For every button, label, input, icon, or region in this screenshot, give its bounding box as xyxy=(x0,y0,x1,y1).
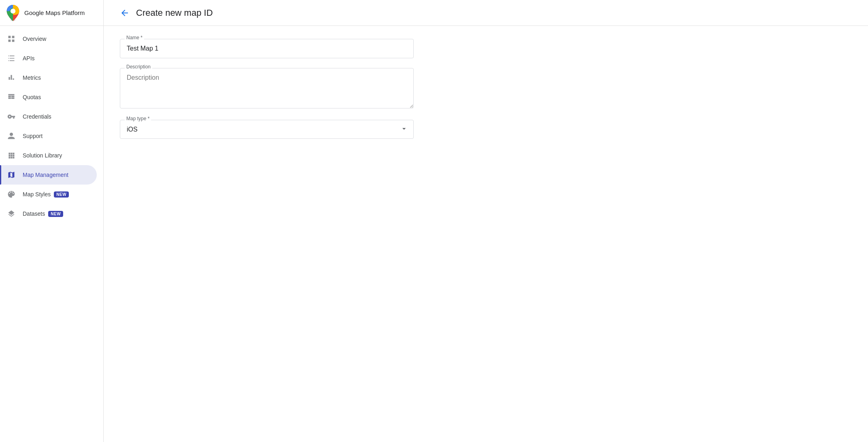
sidebar-label-support: Support xyxy=(23,133,43,139)
sidebar-label-map-management: Map Management xyxy=(23,172,68,178)
sidebar-item-map-styles[interactable]: Map Styles NEW xyxy=(0,185,97,204)
sidebar-item-overview[interactable]: Overview xyxy=(0,29,97,49)
name-label: Name * xyxy=(125,35,144,40)
palette-icon xyxy=(6,189,16,199)
bar-chart-icon xyxy=(6,73,16,83)
sidebar: Google Maps Platform Overview APIs xyxy=(0,0,104,442)
sidebar-item-support[interactable]: Support xyxy=(0,126,97,146)
sidebar-item-apis[interactable]: APIs xyxy=(0,49,97,68)
apps-icon xyxy=(6,151,16,160)
sidebar-label-metrics: Metrics xyxy=(23,74,41,81)
layers-icon xyxy=(6,209,16,219)
sidebar-item-solution-library[interactable]: Solution Library xyxy=(0,146,97,165)
person-icon xyxy=(6,131,16,141)
map-icon xyxy=(6,170,16,180)
datasets-badge: NEW xyxy=(48,211,63,217)
map-type-label: Map type * xyxy=(125,116,151,121)
sidebar-item-datasets[interactable]: Datasets NEW xyxy=(0,204,97,223)
app-title: Google Maps Platform xyxy=(24,9,85,17)
sidebar-header: Google Maps Platform xyxy=(0,0,103,26)
svg-point-1 xyxy=(11,8,15,13)
map-styles-badge: NEW xyxy=(54,191,69,198)
sidebar-nav: Overview APIs Metrics xyxy=(0,26,103,442)
description-input[interactable] xyxy=(120,68,414,108)
sidebar-label-apis: APIs xyxy=(23,55,35,62)
description-field-wrapper: Description xyxy=(120,68,852,110)
key-icon xyxy=(6,112,16,121)
page-title: Create new map ID xyxy=(136,8,213,18)
google-maps-logo xyxy=(6,5,19,21)
sidebar-label-datasets: Datasets xyxy=(23,210,45,217)
sidebar-label-credentials: Credentials xyxy=(23,113,51,120)
sidebar-label-overview: Overview xyxy=(23,36,46,42)
map-type-select[interactable]: JavaScript Android iOS xyxy=(120,120,414,139)
sidebar-label-map-styles: Map Styles xyxy=(23,191,51,198)
map-type-field-wrapper: Map type * JavaScript Android iOS xyxy=(120,120,852,139)
sidebar-item-map-management[interactable]: Map Management xyxy=(0,165,97,185)
name-input[interactable] xyxy=(120,39,414,58)
back-button[interactable] xyxy=(117,5,133,21)
main-content: Create new map ID Name * Description Map… xyxy=(104,0,868,442)
sidebar-item-quotas[interactable]: Quotas xyxy=(0,87,97,107)
map-type-select-wrapper: JavaScript Android iOS xyxy=(120,120,414,139)
list-icon xyxy=(6,53,16,63)
sidebar-label-solution-library: Solution Library xyxy=(23,152,62,159)
grid-icon xyxy=(6,34,16,44)
sidebar-label-quotas: Quotas xyxy=(23,94,41,100)
form-area: Name * Description Map type * JavaScript… xyxy=(104,26,868,442)
sidebar-item-metrics[interactable]: Metrics xyxy=(0,68,97,87)
description-label: Description xyxy=(125,64,152,70)
sidebar-item-credentials[interactable]: Credentials xyxy=(0,107,97,126)
name-field-wrapper: Name * xyxy=(120,39,852,58)
table-icon xyxy=(6,92,16,102)
main-header: Create new map ID xyxy=(104,0,868,26)
